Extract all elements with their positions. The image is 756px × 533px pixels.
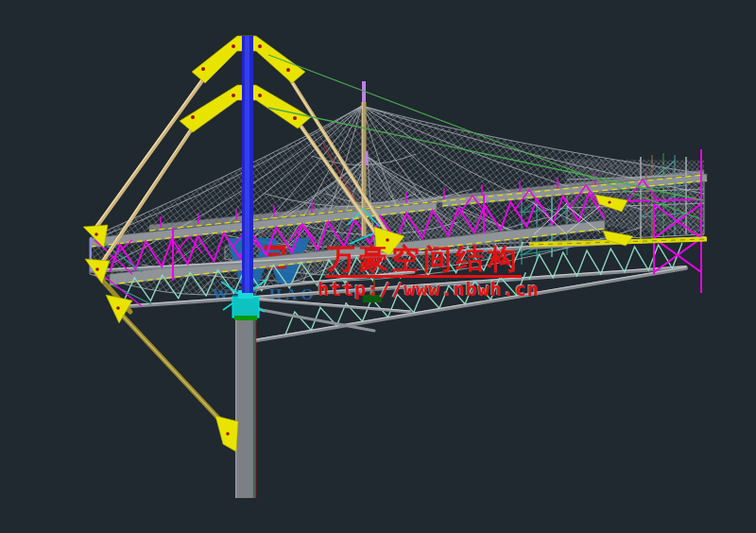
column-cap-cyan [232,297,259,318]
column-shaft [235,314,255,498]
watermark-company-name: 万豪空间结构 [325,244,522,278]
watermark-url: http://www.nbwh.cn [318,278,540,301]
cad-viewport[interactable]: WAN HAO [0,0,756,533]
support-column [221,271,414,498]
